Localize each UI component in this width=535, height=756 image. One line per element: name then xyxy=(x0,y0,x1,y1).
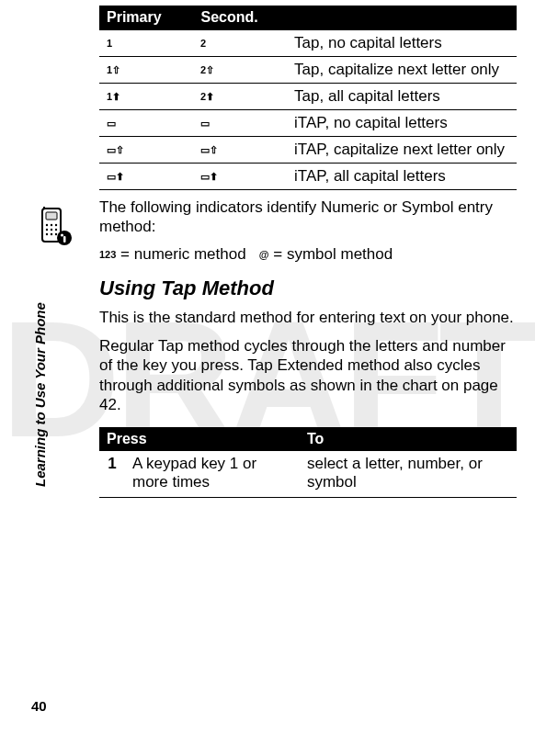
mode-second-icon: ▭⇧ xyxy=(193,137,287,164)
svg-point-4 xyxy=(51,224,52,226)
svg-rect-14 xyxy=(63,236,66,243)
svg-point-9 xyxy=(46,233,48,235)
mode-primary-icon: 1 xyxy=(99,30,193,57)
modes-header-blank xyxy=(287,6,516,30)
mode-second-icon: ▭ xyxy=(193,110,287,137)
mode-second-icon: 2⬆ xyxy=(193,84,287,110)
svg-point-10 xyxy=(51,233,52,235)
methods-line: 123 = numeric method @ = symbol method xyxy=(99,244,517,264)
symbol-method-icon: @ xyxy=(259,249,269,260)
press-header-press: Press xyxy=(99,427,300,451)
table-row: ▭⇧ ▭⇧ iTAP, capitalize next letter only xyxy=(99,137,517,164)
numeric-method-text: = numeric method xyxy=(116,245,245,263)
mode-second-icon: ▭⬆ xyxy=(193,164,287,190)
mode-desc: Tap, capitalize next letter only xyxy=(287,57,516,84)
svg-point-5 xyxy=(55,224,57,226)
section-p1: This is the standard method for entering… xyxy=(99,308,517,327)
press-result: select a letter, number, or symbol xyxy=(300,451,517,498)
table-row: 1 A keypad key 1 or more times select a … xyxy=(99,451,517,498)
mode-primary-icon: ▭ xyxy=(99,110,193,137)
svg-rect-1 xyxy=(46,212,57,220)
modes-header-primary: Primary xyxy=(99,6,193,30)
mode-primary-icon: 1⇧ xyxy=(99,57,193,84)
sidebar-section-label: Learning to Use Your Phone xyxy=(32,302,48,487)
table-row: ▭⬆ ▭⬆ iTAP, all capital letters xyxy=(99,164,517,190)
phone-info-icon xyxy=(37,207,79,253)
mode-desc: iTAP, capitalize next letter only xyxy=(287,137,516,164)
modes-header-second: Second. xyxy=(193,6,287,30)
entry-modes-table: Primary Second. 1 2 Tap, no capital lett… xyxy=(99,6,517,190)
press-action: A keypad key 1 or more times xyxy=(125,451,300,498)
mode-primary-icon: ▭⬆ xyxy=(99,164,193,190)
page-number: 40 xyxy=(31,698,47,714)
page-content: Primary Second. 1 2 Tap, no capital lett… xyxy=(0,6,535,498)
table-row: 1⇧ 2⇧ Tap, capitalize next letter only xyxy=(99,57,517,84)
mode-desc: Tap, all capital letters xyxy=(287,84,516,110)
intro-paragraph: The following indicators identify Numeri… xyxy=(99,197,517,237)
press-header-to: To xyxy=(300,427,517,451)
svg-point-13 xyxy=(61,233,63,236)
press-to-table: Press To 1 A keypad key 1 or more times … xyxy=(99,427,517,498)
table-row: 1⬆ 2⬆ Tap, all capital letters xyxy=(99,84,517,110)
svg-point-7 xyxy=(51,229,52,231)
mode-desc: iTAP, all capital letters xyxy=(287,164,516,190)
svg-point-8 xyxy=(55,229,57,231)
mode-second-icon: 2⇧ xyxy=(193,57,287,84)
section-heading: Using Tap Method xyxy=(99,276,517,300)
step-number: 1 xyxy=(99,451,125,498)
mode-second-icon: 2 xyxy=(193,30,287,57)
section-p2: Regular Tap method cycles through the le… xyxy=(99,336,517,414)
symbol-method-text: = symbol method xyxy=(269,245,393,263)
svg-point-6 xyxy=(46,229,48,231)
svg-point-11 xyxy=(55,233,57,235)
mode-primary-icon: 1⬆ xyxy=(99,84,193,110)
svg-point-3 xyxy=(46,224,48,226)
table-row: 1 2 Tap, no capital letters xyxy=(99,30,517,57)
numeric-method-icon: 123 xyxy=(99,249,116,260)
mode-desc: Tap, no capital letters xyxy=(287,30,516,57)
mode-desc: iTAP, no capital letters xyxy=(287,110,516,137)
table-row: ▭ ▭ iTAP, no capital letters xyxy=(99,110,517,137)
mode-primary-icon: ▭⇧ xyxy=(99,137,193,164)
